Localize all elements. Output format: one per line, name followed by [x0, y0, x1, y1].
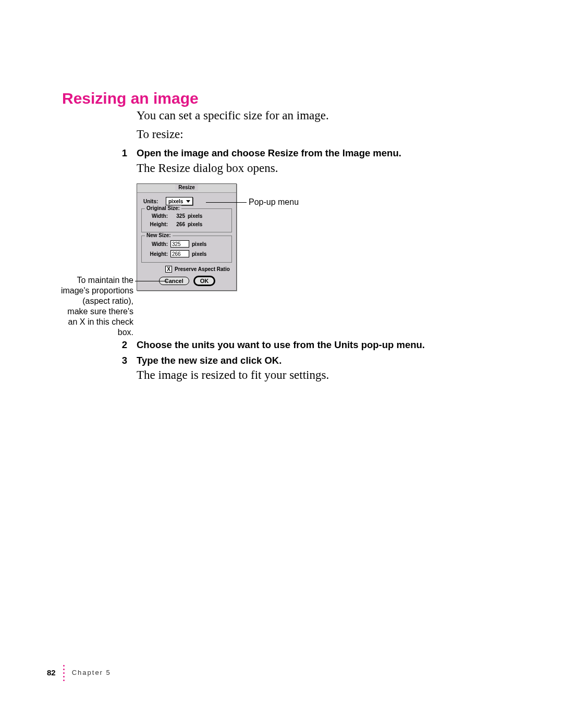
preserve-aspect-label: Preserve Aspect Ratio [175, 266, 230, 272]
original-size-group: Original Size: Width: 325 pixels Height:… [141, 208, 232, 232]
callout-line [206, 202, 247, 203]
intro-text-1: You can set a specific size for an image… [137, 109, 329, 122]
chapter-label: Chapter 5 [72, 669, 111, 676]
step-3-followup: The image is resized to fit your setting… [137, 368, 329, 382]
callout-popup-menu: Pop-up menu [249, 197, 299, 207]
units-popup[interactable]: pixels [166, 197, 193, 205]
width-label: Width: [145, 213, 168, 219]
preserve-aspect-checkbox[interactable]: X [165, 266, 172, 273]
ok-button[interactable]: OK [194, 277, 215, 285]
step-3: 3 Type the new size and click OK. [118, 355, 493, 366]
unit-label: pixels [188, 221, 202, 227]
intro-text-2: To resize: [137, 128, 183, 141]
height-label: Height: [145, 251, 168, 257]
height-label: Height: [145, 221, 168, 227]
step-text: Type the new size and click OK. [137, 355, 282, 366]
step-number: 2 [118, 339, 127, 351]
page-footer: 82 Chapter 5 [47, 664, 111, 681]
step-text: Open the image and choose Resize from th… [137, 147, 401, 159]
callout-line [135, 281, 167, 281]
dialog-title: Resize [175, 184, 198, 190]
footer-dots-icon [63, 664, 65, 681]
step-text: Choose the units you want to use from th… [137, 339, 425, 351]
new-size-legend: New Size: [145, 232, 173, 238]
step-number: 3 [118, 355, 127, 366]
units-label: Units: [143, 199, 163, 204]
new-width-input[interactable] [170, 240, 189, 248]
step-2: 2 Choose the units you want to use from … [118, 339, 493, 351]
step-number: 1 [118, 147, 127, 159]
original-height-value: 266 [170, 221, 185, 227]
unit-label: pixels [192, 241, 206, 247]
step-1-followup: The Resize dialog box opens. [137, 162, 278, 175]
dialog-titlebar: Resize [137, 184, 236, 193]
original-width-value: 325 [170, 213, 185, 219]
step-1: 1 Open the image and choose Resize from … [118, 147, 493, 159]
chevron-down-icon [186, 200, 190, 203]
width-label: Width: [145, 241, 168, 247]
resize-dialog: Resize Units: pixels Original Size: Widt… [137, 183, 237, 291]
unit-label: pixels [192, 251, 206, 257]
original-size-legend: Original Size: [145, 205, 181, 211]
page-number: 82 [47, 668, 56, 677]
unit-label: pixels [188, 213, 202, 219]
units-value: pixels [168, 199, 183, 204]
callout-aspect-ratio: To maintain the image's proportions (asp… [60, 275, 133, 338]
new-height-input[interactable] [170, 250, 189, 257]
section-heading: Resizing an image [62, 90, 199, 107]
new-size-group: New Size: Width: pixels Height: pixels [141, 236, 232, 263]
